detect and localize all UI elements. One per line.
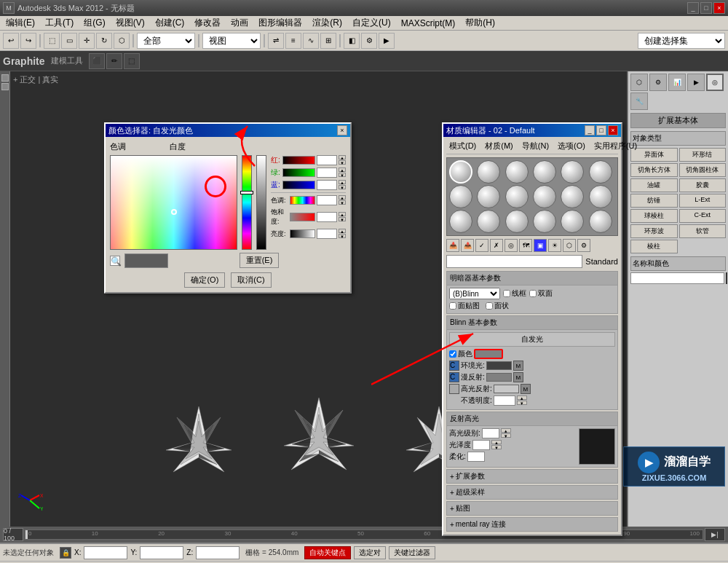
- mat-maximize[interactable]: □: [596, 125, 606, 135]
- mat-menu-mode[interactable]: 模式(D): [446, 140, 479, 152]
- expand-section-3[interactable]: + 贴图: [446, 501, 618, 516]
- mat-show-map[interactable]: 🗺: [519, 239, 532, 252]
- red-up[interactable]: ▲: [339, 155, 346, 160]
- menu-view[interactable]: 视图(V): [111, 16, 149, 30]
- obj-chamfer-cyl[interactable]: 切角圆柱体: [679, 163, 727, 177]
- mat-sphere-12[interactable]: [589, 185, 612, 208]
- mat-reset[interactable]: ✗: [490, 239, 503, 252]
- left-sidebar-icon2[interactable]: [1, 83, 9, 90]
- align-btn[interactable]: ≡: [285, 33, 301, 49]
- hue2-slider[interactable]: [290, 196, 315, 205]
- bright-up[interactable]: ▲: [339, 229, 346, 233]
- mirror-btn[interactable]: ⇌: [268, 33, 284, 49]
- shader-dropdown[interactable]: (B)Blinn: [449, 288, 500, 299]
- motion-icon[interactable]: ▶: [687, 74, 705, 91]
- obj-sphere-gizmo[interactable]: 球棱柱: [630, 209, 678, 223]
- eyedropper-btn[interactable]: 🔍: [110, 256, 120, 266]
- expand-section-1[interactable]: + 扩展参数: [446, 469, 618, 484]
- diffuse-lock[interactable]: C: [449, 372, 459, 382]
- scale-btn[interactable]: ⬡: [114, 33, 130, 49]
- green-up[interactable]: ▲: [339, 168, 346, 172]
- expand-section-4[interactable]: + mental ray 连接: [446, 517, 618, 532]
- spec-up[interactable]: ▲: [501, 428, 511, 433]
- mat-menu-options[interactable]: 选项(O): [555, 140, 588, 152]
- move-btn[interactable]: ✛: [79, 33, 95, 49]
- mat-close[interactable]: ×: [608, 125, 618, 135]
- mat-minimize[interactable]: _: [585, 125, 595, 135]
- gloss-down[interactable]: ▼: [491, 445, 502, 449]
- hierarchy-icon[interactable]: 📊: [668, 74, 686, 91]
- utility-icon[interactable]: 🔧: [630, 92, 648, 110]
- mat-sphere-14[interactable]: [477, 210, 500, 233]
- mat-sphere-5[interactable]: [561, 160, 584, 184]
- obj-torus-knot[interactable]: 环形结: [679, 148, 727, 162]
- faceted-checkbox[interactable]: [486, 302, 493, 310]
- spec-level-input[interactable]: 0: [482, 428, 499, 438]
- left-sidebar-icon1[interactable]: [1, 74, 9, 82]
- obj-hose[interactable]: 软管: [679, 224, 727, 238]
- bright-down[interactable]: ▼: [339, 234, 346, 238]
- addkey-btn[interactable]: 关键过滤器: [389, 546, 435, 559]
- diffuse-map-btn[interactable]: M: [513, 372, 523, 382]
- frame-end[interactable]: ▶|: [705, 528, 725, 541]
- facemap-checkbox[interactable]: [449, 302, 456, 310]
- reset-btn[interactable]: 重置(E): [240, 253, 280, 268]
- mat-background-toggle[interactable]: ▣: [534, 239, 547, 252]
- close-btn[interactable]: ×: [713, 2, 725, 14]
- mat-menu-util[interactable]: 实用程序(U): [591, 140, 640, 152]
- mat-sphere-13[interactable]: [449, 210, 472, 233]
- schematic-btn[interactable]: ⊞: [320, 33, 336, 49]
- red-down[interactable]: ▼: [339, 160, 346, 165]
- display-icon[interactable]: ◎: [706, 74, 724, 91]
- wire-checkbox[interactable]: [503, 290, 510, 297]
- obj-c-ext[interactable]: C-Ext: [679, 209, 727, 223]
- mat-show-in-vp[interactable]: ◎: [505, 239, 518, 252]
- blinn-section-header[interactable]: Blinn 基本参数: [447, 316, 617, 330]
- mat-sphere-1[interactable]: [449, 160, 472, 184]
- bright-value[interactable]: 92: [317, 229, 337, 239]
- bright-slider[interactable]: [290, 229, 315, 238]
- mat-sphere-17[interactable]: [561, 210, 584, 233]
- sat-up[interactable]: ▲: [339, 212, 346, 216]
- green-slider[interactable]: [282, 168, 315, 177]
- poly-model-btn[interactable]: ⬛: [89, 53, 105, 69]
- blue-up[interactable]: ▲: [339, 180, 346, 184]
- mat-backlight[interactable]: ☀: [548, 239, 561, 252]
- minimize-btn[interactable]: _: [687, 2, 699, 14]
- x-coord[interactable]: [84, 546, 127, 559]
- mat-name-input[interactable]: 02 - Default: [446, 255, 582, 268]
- soften-input[interactable]: 0.1: [467, 452, 485, 462]
- self-illum-color-swatch[interactable]: [474, 349, 503, 359]
- mat-assign-selection[interactable]: ✓: [475, 239, 488, 252]
- obj-l-ext[interactable]: L-Ext: [679, 194, 727, 208]
- mat-sphere-9[interactable]: [505, 185, 529, 208]
- ambient-lock[interactable]: C: [449, 361, 459, 371]
- mat-sphere-10[interactable]: [533, 185, 556, 208]
- menu-edit[interactable]: 编辑(E): [1, 16, 39, 30]
- menu-modifiers[interactable]: 修改器: [190, 16, 225, 30]
- create-sel-dropdown[interactable]: 创建选择集: [638, 33, 725, 49]
- select-region-btn[interactable]: ▭: [61, 33, 77, 49]
- material-editor-btn[interactable]: ◧: [344, 33, 360, 49]
- blue-slider[interactable]: [282, 181, 315, 189]
- opacity-input[interactable]: 100: [494, 395, 515, 406]
- mat-sphere-2[interactable]: [477, 160, 500, 184]
- undo-btn[interactable]: ↩: [3, 33, 19, 49]
- spec-down[interactable]: ▼: [501, 433, 511, 438]
- ok-btn[interactable]: 确定(O): [184, 272, 225, 288]
- obj-ring-wave[interactable]: 环形波: [630, 224, 678, 238]
- blue-value[interactable]: 92: [317, 180, 337, 190]
- shader-section-header[interactable]: 明暗器基本参数: [447, 272, 617, 286]
- curve-editor-btn[interactable]: ∿: [303, 33, 319, 49]
- menu-animation[interactable]: 动画: [226, 16, 253, 30]
- ambient-map-btn[interactable]: M: [513, 361, 523, 371]
- mat-sphere-16[interactable]: [533, 210, 556, 233]
- menu-create[interactable]: 创建(C): [151, 16, 189, 30]
- create-icon[interactable]: ⬡: [630, 74, 648, 91]
- blue-down[interactable]: ▼: [339, 185, 346, 189]
- hue2-value[interactable]: 0: [317, 195, 337, 205]
- select-btn[interactable]: ⬚: [44, 33, 60, 49]
- hue-bar[interactable]: [242, 155, 252, 250]
- mat-sphere-3[interactable]: [505, 160, 529, 184]
- mat-put-to-scene[interactable]: 📤: [461, 239, 474, 252]
